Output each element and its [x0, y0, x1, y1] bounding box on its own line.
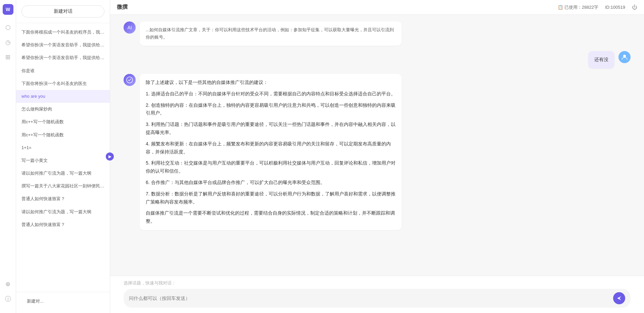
message-row-ai: 除了上述建议，以下是一些其他的自媒体推广引流的建议：1. 选择适合自己的平台：不…: [124, 74, 631, 230]
app-title: 微撰: [117, 4, 128, 11]
sidebar-item[interactable]: 用c++写一个随机函数: [16, 116, 110, 128]
sidebar-item[interactable]: 下面你将扮演一个名叫圣友的医生: [16, 77, 110, 90]
user-avatar: [618, 51, 631, 63]
message-paragraph: 6. 合作推广：与其他自媒体平台或品牌合作推广，可以扩大自己的曝光率和受众范围。: [146, 179, 396, 187]
quick-topics-label: 选择话题，快速与我对话：: [124, 280, 631, 286]
sidebar-header: 新建对话: [16, 0, 110, 23]
message-paragraph: 除了上述建议，以下是一些其他的自媒体推广引流的建议：: [146, 79, 396, 87]
sidebar-item[interactable]: 普通人如何快速致富？: [16, 192, 110, 205]
message-row-user: 还有没: [124, 51, 631, 69]
chat-area: AI ...如何自媒体引流推广文章，关于：你可以利用这些技术平台的活动，例如：参…: [110, 15, 644, 276]
info-icon[interactable]: ⓘ: [2, 293, 14, 305]
message-paragraph: 3. 利用热门话题：热门话题和事件是吸引用户的重要途径，可以关注一些热门话题和事…: [146, 121, 396, 137]
usage-info: 📋 已使用：28822字: [558, 4, 598, 10]
header: 微撰 📋 已使用：28822字 ID:100519 ⏻: [110, 0, 644, 15]
message-paragraph: 1. 选择适合自己的平台：不同的自媒体平台针对的受众不同，需要根据自己的内容特点…: [146, 90, 396, 98]
message-paragraph: 4. 频繁发布和更新：在自媒体平台上，频繁发布和更新的内容更容易吸引用户的关注和…: [146, 140, 396, 156]
sidebar-item[interactable]: 怎么做狗屎炒肉: [16, 103, 110, 116]
sidebar-bottom-item[interactable]: 新建对...: [21, 295, 104, 308]
input-section: 选择话题，快速与我对话：: [110, 276, 644, 313]
user-message-text: 还有没: [594, 57, 608, 62]
sidebar-item[interactable]: 请以如何推广引流为题，写一篇大纲: [16, 167, 110, 180]
sidebar-item[interactable]: 1+1=: [16, 141, 110, 154]
sidebar-item[interactable]: 下面你将模拟成一个叫圣友的程序员，我说...: [16, 26, 110, 39]
sidebar-item[interactable]: 用c++写一个随机函数: [16, 129, 110, 141]
usage-label: 已使用：28822字: [564, 4, 598, 10]
message-paragraph: 2. 创造独特的内容：在自媒体平台上，独特的内容更容易吸引用户的注意力和共鸣，可…: [146, 101, 396, 118]
power-icon[interactable]: ⏻: [632, 4, 637, 10]
chat-input[interactable]: [129, 296, 610, 301]
icon-rail: W ⬡ ◷ ⊞ ⊕ ⓘ: [0, 0, 16, 313]
clock-icon[interactable]: ◷: [2, 36, 14, 48]
input-row: [124, 289, 631, 308]
message-paragraph: 5. 利用社交互动：社交媒体是与用户互动的重要平台，可以积极利用社交媒体与用户互…: [146, 159, 396, 175]
message-paragraph: 7. 数据分析：数据分析是了解用户反馈和喜好的重要途径，可以分析用户行为和数据，…: [146, 190, 396, 206]
message-row: AI ...如何自媒体引流推广文章，关于：你可以利用这些技术平台的活动，例如：参…: [124, 21, 631, 46]
shield-icon[interactable]: ⊕: [2, 278, 14, 290]
ai-message-bubble: 除了上述建议，以下是一些其他的自媒体推广引流的建议：1. 选择适合自己的平台：不…: [140, 74, 402, 230]
user-message-bubble: 还有没: [588, 51, 614, 69]
hexagon-icon[interactable]: ⬡: [2, 21, 14, 34]
send-button[interactable]: [613, 292, 625, 304]
sidebar: 新建对话 下面你将模拟成一个叫圣友的程序员，我说...希望你扮演一个英语发音助手…: [16, 0, 110, 313]
sidebar-item[interactable]: 希望你扮演一个英语发音助手，我提供给你...: [16, 51, 110, 64]
sidebar-item[interactable]: 你是谁: [16, 64, 110, 77]
sidebar-item[interactable]: 普通人如何快速致富？: [16, 218, 110, 231]
svg-point-0: [623, 55, 626, 57]
sidebar-item[interactable]: 写一篇小黄文: [16, 154, 110, 167]
message-bubble: ...如何自媒体引流推广文章，关于：你可以利用这些技术平台的活动，例如：参加知乎…: [140, 21, 402, 46]
document-icon[interactable]: ⊞: [2, 51, 14, 63]
main-content: 微撰 📋 已使用：28822字 ID:100519 ⏻ AI ...如何自媒体引…: [110, 0, 644, 313]
sidebar-list: 下面你将模拟成一个叫圣友的程序员，我说...希望你扮演一个英语发音助手，我提供给…: [16, 23, 110, 292]
sidebar-bottom: 新建对...: [16, 292, 110, 313]
message-paragraph: 自媒体推广引流是一个需要不断尝试和优化的过程，需要结合自身的实际情况，制定合适的…: [146, 209, 396, 225]
message-text: ...如何自媒体引流推广文章，关于：你可以利用这些技术平台的活动，例如：参加知乎…: [146, 26, 396, 41]
new-chat-button[interactable]: 新建对话: [21, 5, 104, 17]
sidebar-item[interactable]: 撰写一篇关于八大家花园社区一刻钟便民生...: [16, 180, 110, 192]
sidebar-item[interactable]: 希望你扮演一个英语发音助手，我提供给你...: [16, 39, 110, 51]
ai-avatar: [124, 74, 136, 86]
app-logo: W: [3, 4, 13, 15]
sidebar-item[interactable]: who are you: [16, 90, 110, 103]
sidebar-item[interactable]: 请以如何推广引流为题，写一篇大纲: [16, 206, 110, 218]
sidebar-toggle[interactable]: ▶: [106, 152, 114, 161]
user-id: ID:100519: [605, 5, 625, 10]
document-icon: 📋: [558, 5, 563, 10]
avatar: AI: [124, 21, 136, 34]
header-right: 📋 已使用：28822字 ID:100519 ⏻: [558, 4, 637, 10]
